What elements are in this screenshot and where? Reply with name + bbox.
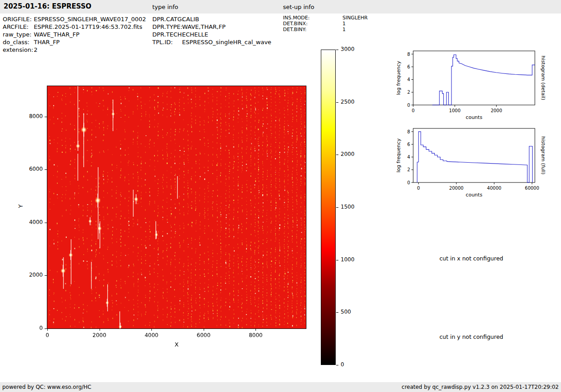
page-title: 2025-01-16: ESPRESSO: [4, 2, 91, 10]
x-tick-label: 1000: [449, 108, 461, 113]
meta-value: SINGLEHR: [342, 15, 368, 21]
colorbar-tick: [336, 365, 338, 365]
meta-row: do_class:THAR_FP: [3, 38, 146, 46]
hist-ylabel: log frequency: [396, 61, 401, 95]
meta-row: ARCFILE:ESPRE.2025-01-17T19:46:53.702.fi…: [3, 23, 146, 31]
histogram-detail: 02468010002000countslog frequencyhistogr…: [394, 47, 547, 124]
colorbar-tick-label: 1500: [341, 204, 355, 210]
meta-label: extension:: [3, 46, 34, 54]
meta-label: do_class:: [3, 38, 34, 46]
hist-xlabel: counts: [466, 192, 483, 198]
colorbar-tick: [336, 50, 338, 50]
y-tick-label: 2000: [22, 272, 43, 278]
colorbar-tick-label: 500: [341, 309, 351, 315]
colorbar-tick-label: 2000: [341, 151, 355, 157]
meta-value: WAVE_THAR_FP: [34, 31, 79, 38]
colorbar-tick-label: 3000: [341, 46, 355, 52]
meta-value: ESPRE.2025-01-17T19:46:53.702.fits: [34, 23, 142, 31]
meta-label: DET.BINX:: [283, 21, 342, 27]
footer-credit-right: created by qc_rawdisp.py v1.2.3 on 2025-…: [401, 384, 559, 390]
meta-label: INS.MODE:: [283, 15, 342, 21]
footer-bar: powered by QC: www.eso.org/HC created by…: [0, 382, 561, 392]
meta-value: WAVE,THAR,FP: [182, 23, 226, 31]
y-tick-label: 2: [407, 90, 410, 95]
x-tick: [151, 328, 152, 331]
x-tick: [100, 328, 100, 331]
x-tick-label: 0: [36, 332, 59, 338]
meta-label: DET.BINY:: [283, 27, 342, 32]
file-info-block: ORIGFILE:ESPRESSO_SINGLEHR_WAVE017_0002 …: [3, 15, 146, 54]
y-axis-label: Y: [17, 205, 24, 208]
meta-value: 2: [34, 46, 37, 54]
y-tick-label: 4000: [22, 219, 43, 225]
y-tick-label: 0: [407, 180, 410, 185]
x-tick-label: 4000: [140, 332, 163, 338]
setup-info-heading: set-up info: [283, 4, 315, 10]
type-info-heading: type info: [152, 4, 178, 10]
y-tick-label: 8: [407, 129, 410, 134]
setup-info-block: INS.MODE:SINGLEHR DET.BINX:1 DET.BINY:1: [283, 15, 368, 32]
x-tick-label: 60000: [525, 186, 539, 191]
footer-credit-left: powered by QC: www.eso.org/HC: [2, 384, 91, 390]
raw-frame-image: [47, 86, 306, 328]
hist-xlabel: counts: [466, 114, 483, 120]
colorbar-tick: [336, 102, 338, 103]
x-axis-label: X: [47, 341, 306, 348]
meta-row: DPR.TYPE:WAVE,THAR,FP: [152, 23, 271, 31]
y-tick-label: 4: [407, 155, 410, 160]
meta-label: DPR.TECH:: [152, 31, 182, 38]
y-tick: [45, 275, 47, 276]
meta-label: raw_type:: [3, 31, 34, 38]
y-tick: [45, 223, 47, 223]
colorbar-tick: [336, 155, 338, 155]
y-tick-label: 6000: [22, 166, 43, 172]
y-tick-label: 0: [22, 325, 43, 331]
x-tick-label: 2000: [491, 108, 502, 113]
meta-row: DET.BINX:1: [283, 21, 368, 27]
meta-value: 1: [342, 27, 346, 32]
x-tick: [204, 328, 204, 331]
x-tick-label: 2000: [88, 332, 111, 338]
meta-value: ESPRESSO_singleHR_cal_wave: [182, 38, 271, 46]
y-tick: [45, 169, 47, 170]
x-tick-label: 20000: [449, 186, 464, 191]
hist-title: histogram (detail): [540, 56, 546, 100]
meta-label: ARCFILE:: [3, 23, 34, 31]
meta-label: DPR.CATG:: [152, 15, 182, 23]
y-tick: [45, 328, 47, 329]
meta-value: THAR_FP: [34, 38, 59, 46]
meta-row: TPL.ID:ESPRESSO_singleHR_cal_wave: [152, 38, 271, 46]
meta-value: 1: [342, 21, 346, 27]
x-tick-label: 0: [417, 186, 420, 191]
x-tick: [47, 328, 48, 331]
colorbar-tick-label: 0: [341, 361, 344, 368]
meta-row: DPR.CATG:CALIB: [152, 15, 271, 23]
y-tick-label: 8: [407, 52, 410, 57]
header-bar: 2025-01-16: ESPRESSO type info set-up in…: [0, 0, 561, 14]
colorbar-tick: [336, 312, 338, 313]
hist-title: histogram (full): [540, 137, 546, 175]
type-info-block: DPR.CATG:CALIB DPR.TYPE:WAVE,THAR,FP DPR…: [152, 15, 271, 46]
meta-label: DPR.TYPE:: [152, 23, 182, 31]
meta-value: ESPRESSO_SINGLEHR_WAVE017_0002: [34, 15, 146, 23]
colorbar-tick: [336, 260, 338, 260]
y-tick-label: 0: [407, 103, 410, 108]
meta-row: DPR.TECH:ECHELLE: [152, 31, 271, 38]
meta-row: DET.BINY:1: [283, 27, 368, 32]
meta-row: extension:2: [3, 46, 146, 54]
meta-value: ECHELLE: [182, 31, 208, 38]
colorbar: [321, 50, 336, 365]
y-tick-label: 8000: [22, 113, 43, 119]
cut-y-note: cut in y not configured: [419, 333, 524, 340]
colorbar-wrap: 050010001500200025003000: [321, 50, 375, 367]
y-tick-label: 6: [407, 64, 410, 69]
x-tick-label: 6000: [192, 332, 215, 338]
x-tick-label: 8000: [244, 332, 267, 338]
meta-row: ORIGFILE:ESPRESSO_SINGLEHR_WAVE017_0002: [3, 15, 146, 23]
hist-frame: [413, 51, 535, 105]
raw-frame-plot: 0200040006000800002000400060008000: [47, 86, 306, 329]
x-tick-label: 0: [412, 108, 415, 113]
y-tick-label: 4: [407, 77, 410, 82]
x-tick: [255, 328, 256, 331]
meta-value: CALIB: [182, 15, 199, 23]
